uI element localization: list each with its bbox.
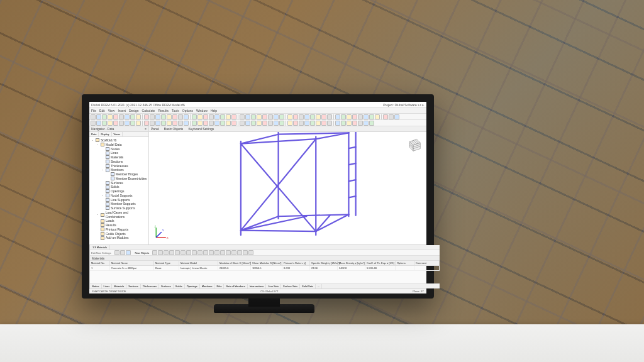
table-tool-icon[interactable] bbox=[192, 250, 197, 255]
menu-calculate[interactable]: Calculate bbox=[142, 109, 155, 112]
toolbar-icon[interactable] bbox=[209, 114, 214, 119]
tree-item[interactable]: -Scaffold.rf6 bbox=[91, 138, 147, 143]
table-foot-tab[interactable]: Surfaces bbox=[159, 284, 174, 288]
table-tool-icon[interactable] bbox=[231, 250, 236, 255]
toolbar-icon[interactable] bbox=[375, 114, 380, 119]
tree-item[interactable]: Surfaces bbox=[91, 181, 147, 185]
tree-item[interactable]: -Model Data bbox=[91, 143, 147, 147]
toolbar-icon[interactable] bbox=[113, 114, 118, 119]
tree-item[interactable]: Printout Reports bbox=[91, 228, 147, 232]
toolbar-icon[interactable] bbox=[91, 114, 96, 119]
menu-tools[interactable]: Tools bbox=[172, 109, 179, 112]
toolbar-icon[interactable] bbox=[299, 114, 304, 119]
tree-item[interactable]: Line Supports bbox=[91, 198, 147, 202]
toolbar-icon[interactable] bbox=[257, 121, 262, 126]
menu-help[interactable]: Help bbox=[211, 109, 217, 112]
table-tool-icon[interactable] bbox=[120, 250, 125, 255]
expand-icon[interactable]: - bbox=[101, 194, 104, 198]
navigator-tree[interactable]: -Scaffold.rf6-Model DataNodesLinesMateri… bbox=[89, 137, 148, 241]
tree-item[interactable]: Loads bbox=[91, 219, 147, 223]
toolbar-icon[interactable] bbox=[364, 114, 369, 119]
table-cell[interactable]: 1 bbox=[90, 266, 110, 270]
viewport-tab-keyboard[interactable]: Keyboard Settings bbox=[188, 127, 214, 131]
toolbar-icon[interactable] bbox=[341, 121, 346, 126]
table-foot-tab[interactable]: Openings bbox=[185, 284, 200, 288]
toolbar-icon[interactable] bbox=[316, 114, 321, 119]
menu-edit[interactable]: Edit bbox=[99, 109, 105, 112]
toolbar-icon[interactable] bbox=[150, 121, 155, 126]
toolbar-icon[interactable] bbox=[184, 121, 189, 126]
nav-tab-data[interactable]: Data bbox=[89, 132, 99, 136]
tree-item[interactable]: -Load Cases and Combinations bbox=[91, 211, 147, 219]
toolbar-icon[interactable] bbox=[161, 114, 166, 119]
materials-table[interactable]: Material No.Material NameMaterial TypeMa… bbox=[90, 261, 440, 283]
table-cell[interactable] bbox=[396, 266, 414, 270]
table-cell[interactable]: 10356.5 bbox=[251, 266, 282, 270]
toolbar-icon[interactable] bbox=[96, 121, 101, 126]
toolbar-icon[interactable] bbox=[125, 114, 130, 119]
table-tool-icon[interactable] bbox=[180, 250, 186, 255]
menu-options[interactable]: Options bbox=[182, 109, 193, 112]
toolbar-icon[interactable] bbox=[293, 121, 298, 126]
menu-design[interactable]: Design bbox=[129, 109, 139, 112]
toolbar-icon[interactable] bbox=[144, 114, 149, 119]
toolbar-icon[interactable] bbox=[335, 121, 340, 126]
menu-file[interactable]: File bbox=[91, 109, 96, 112]
toolbar-icon[interactable] bbox=[310, 121, 315, 126]
table-tool-icon[interactable] bbox=[248, 250, 253, 255]
toolbar-icon[interactable] bbox=[287, 114, 292, 119]
table-tool-icon[interactable] bbox=[164, 250, 169, 255]
toolbar-icon[interactable] bbox=[113, 121, 118, 126]
table-tool-icon[interactable] bbox=[226, 250, 231, 255]
viewport-tab-basic[interactable]: Basic Objects bbox=[164, 127, 184, 131]
table-header-cell[interactable]: Specific Weight γ [kN/m³] bbox=[310, 261, 338, 265]
table-cell[interactable]: Basic bbox=[154, 266, 179, 270]
menu-results[interactable]: Results bbox=[158, 109, 169, 112]
table-header-cell[interactable]: Options bbox=[396, 261, 414, 265]
toolbar-icon[interactable] bbox=[369, 121, 374, 126]
tree-item[interactable]: Surface Supports bbox=[91, 206, 147, 211]
toolbar-icon[interactable] bbox=[192, 121, 197, 126]
toolbar-icon[interactable] bbox=[197, 114, 203, 119]
table-foot-tab[interactable]: Lines bbox=[102, 284, 113, 288]
tree-item[interactable]: Thicknesses bbox=[91, 164, 147, 168]
toolbar-icon[interactable] bbox=[279, 114, 284, 119]
table-tool-icon[interactable] bbox=[186, 250, 191, 255]
tree-item[interactable]: Member Hinges bbox=[91, 172, 147, 177]
toolbar-icon[interactable] bbox=[358, 121, 363, 126]
toolbar-icon[interactable] bbox=[251, 121, 256, 126]
toolbar-icon[interactable] bbox=[245, 121, 250, 126]
table-foot-tab[interactable]: Solids bbox=[174, 284, 185, 288]
expand-icon[interactable]: - bbox=[96, 212, 99, 217]
toolbar-icon[interactable] bbox=[214, 114, 219, 119]
toolbar-icon[interactable] bbox=[119, 121, 124, 126]
toolbar-icon[interactable] bbox=[327, 121, 332, 126]
toolbar-icon[interactable] bbox=[274, 114, 279, 119]
table-cell[interactable]: 23.56 bbox=[310, 266, 338, 270]
toolbar-icon[interactable] bbox=[136, 114, 141, 119]
table-foot-tab[interactable]: Sets of Members bbox=[224, 284, 247, 288]
model-canvas[interactable]: X Z Y bbox=[149, 132, 426, 244]
toolbar-icon[interactable] bbox=[274, 121, 279, 126]
table-tool-icon[interactable] bbox=[197, 250, 203, 255]
table-row[interactable]: 1Concrete f'c = 4000psiBasicIsotropic | … bbox=[90, 266, 440, 271]
toolbar-icon[interactable] bbox=[262, 114, 267, 119]
toolbar-icon[interactable] bbox=[347, 121, 352, 126]
table-header-cell[interactable]: Material Name bbox=[110, 261, 154, 265]
table-foot-tab[interactable]: Intersections bbox=[248, 284, 267, 288]
navigator-close-icon[interactable]: × bbox=[145, 127, 147, 131]
table-header-cell[interactable]: Mass Density ρ [kg/m³] bbox=[338, 261, 365, 265]
table-tool-icon[interactable] bbox=[152, 250, 157, 255]
toolbar-icon[interactable] bbox=[108, 121, 113, 126]
toolbar-icon[interactable] bbox=[262, 121, 267, 126]
toolbar-icon[interactable] bbox=[293, 114, 298, 119]
table-tab-materials[interactable]: 1.3 Materials bbox=[90, 245, 110, 250]
table-header-cell[interactable]: Material No. bbox=[90, 261, 110, 265]
tree-item[interactable]: Lines bbox=[91, 151, 147, 155]
toolbar-icon[interactable] bbox=[130, 114, 135, 119]
table-tool-icon[interactable] bbox=[126, 250, 131, 255]
toolbar-icon[interactable] bbox=[364, 121, 369, 126]
toolbar-icon[interactable] bbox=[203, 114, 208, 119]
table-cell[interactable]: 9.90E-06 bbox=[365, 266, 396, 270]
tree-item[interactable]: Nodes bbox=[91, 147, 147, 151]
